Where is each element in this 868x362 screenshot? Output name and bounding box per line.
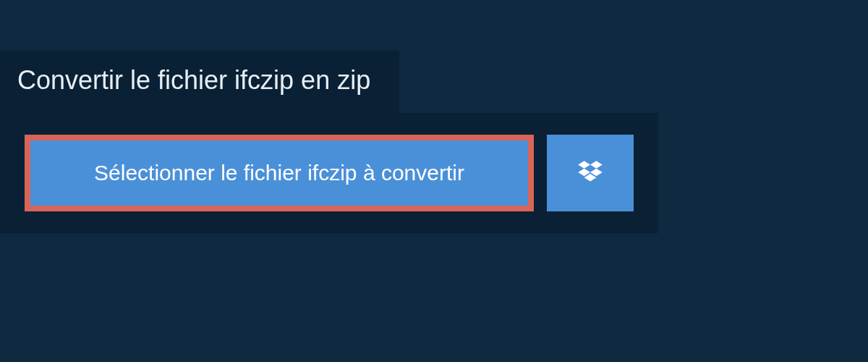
select-file-button[interactable]: Sélectionner le fichier ifczip à convert…	[25, 135, 534, 211]
dropbox-icon	[575, 158, 605, 188]
page-title: Convertir le fichier ifczip en zip	[0, 51, 399, 113]
dropbox-button[interactable]	[547, 135, 634, 211]
file-selection-panel: Sélectionner le fichier ifczip à convert…	[0, 113, 658, 233]
converter-panel: Convertir le fichier ifczip en zip Sélec…	[0, 0, 868, 233]
